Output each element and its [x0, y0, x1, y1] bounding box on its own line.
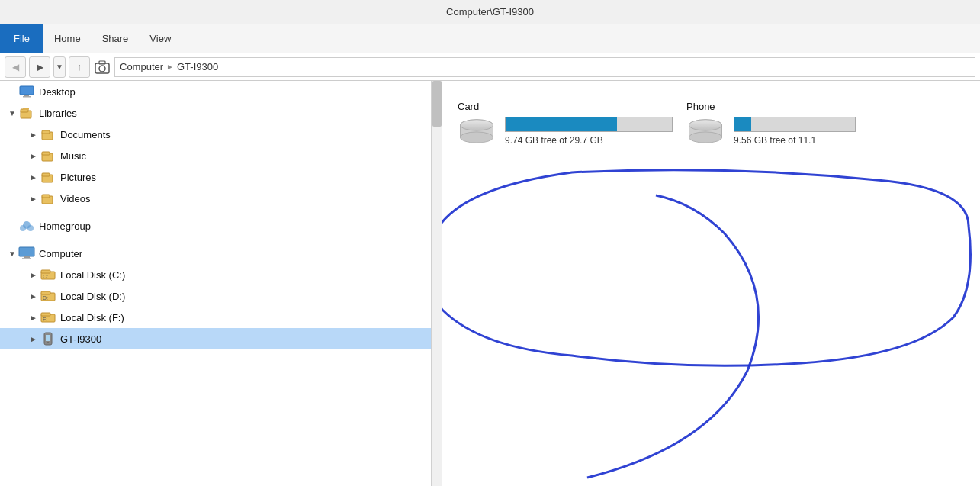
svg-rect-33 [46, 335, 50, 341]
sidebar-item-music[interactable]: ► Music [0, 145, 442, 166]
camera-icon [93, 58, 111, 76]
phone-disk-icon [686, 118, 725, 144]
breadcrumb-device[interactable]: GT-I9300 [177, 61, 218, 72]
main-layout: Desktop ▼ Libraries ► Doc [0, 81, 980, 486]
localdisk-c-label: Local Disk (C:) [60, 269, 125, 281]
tab-view[interactable]: View [139, 24, 182, 53]
sidebar-item-localdisk-d[interactable]: ► D: Local Disk (D:) [0, 285, 442, 307]
card-storage-info: 9.74 GB free of 29.7 GB [505, 117, 673, 146]
expand-arrow-gt: ► [27, 335, 40, 343]
card-storage-text: 9.74 GB free of 29.7 GB [505, 135, 673, 146]
libraries-label: Libraries [39, 108, 77, 119]
up-button[interactable]: ↑ [69, 56, 90, 78]
tab-home[interactable]: Home [43, 24, 92, 53]
libraries-icon [18, 105, 35, 121]
content-area: Card [442, 81, 980, 486]
homegroup-label: Homegroup [39, 220, 91, 232]
toolbar: File Home Share View [0, 24, 980, 53]
svg-rect-24 [41, 270, 50, 273]
expand-arrow-f: ► [27, 314, 40, 322]
back-button[interactable]: ◀ [5, 56, 26, 78]
homegroup-icon [18, 217, 35, 234]
svg-rect-2 [99, 61, 105, 64]
svg-rect-12 [42, 152, 50, 155]
svg-text:C:: C: [43, 274, 48, 279]
sidebar-item-documents[interactable]: ► Documents [0, 124, 442, 145]
phone-label: Phone [686, 101, 715, 112]
svg-rect-14 [42, 173, 50, 176]
svg-text:F:: F: [43, 317, 47, 322]
card-label: Card [458, 101, 479, 112]
svg-point-34 [47, 342, 49, 343]
sidebar-item-homegroup[interactable]: Homegroup [0, 215, 442, 237]
videos-label: Videos [60, 193, 91, 204]
phone-storage-row: 9.56 GB free of 11.1 [686, 117, 856, 146]
music-icon [40, 147, 56, 164]
storage-item-phone[interactable]: Phone [686, 101, 885, 146]
desktop-label: Desktop [39, 86, 76, 98]
sidebar-scroll-thumb[interactable] [432, 81, 442, 127]
gt-i9300-icon [40, 330, 56, 347]
sidebar-item-videos[interactable]: ► Videos [0, 188, 442, 209]
computer-icon [18, 245, 35, 262]
expand-arrow-homegroup [6, 222, 18, 230]
title-bar: Computer\GT-I9300 [0, 0, 980, 24]
localdisk-f-icon: F: [40, 309, 56, 326]
expand-arrow-pics: ► [27, 173, 40, 182]
tab-file[interactable]: File [0, 24, 43, 53]
videos-icon [40, 190, 56, 207]
card-disk-icon [458, 118, 496, 144]
sidebar-item-localdisk-f[interactable]: ► F: Local Disk (F:) [0, 307, 442, 328]
expand-arrow-videos: ► [27, 195, 40, 203]
tab-share[interactable]: Share [92, 24, 140, 53]
expand-arrow-c: ► [27, 271, 40, 279]
forward-button[interactable]: ▶ [29, 56, 50, 78]
svg-point-18 [20, 225, 26, 231]
sidebar-item-pictures[interactable]: ► Pictures [0, 166, 442, 188]
annotation-circle [442, 165, 976, 371]
breadcrumb[interactable]: Computer ► GT-I9300 [114, 57, 975, 77]
expand-arrow-desktop [6, 88, 18, 96]
sidebar-item-gt-i9300[interactable]: ► GT-I9300 [0, 328, 442, 349]
pictures-icon [40, 169, 56, 185]
storage-item-card[interactable]: Card [458, 101, 656, 146]
svg-rect-22 [22, 258, 31, 259]
toolbar-tabs: File Home Share View [0, 24, 182, 53]
documents-label: Documents [60, 129, 111, 140]
address-bar: ◀ ▶ ▼ ↑ Computer ► GT-I9300 [0, 53, 980, 81]
sidebar-item-desktop[interactable]: Desktop [0, 81, 442, 102]
window-title: Computer\GT-I9300 [446, 6, 534, 18]
sidebar-item-libraries[interactable]: ▼ Libraries [0, 102, 442, 124]
svg-point-1 [99, 66, 105, 72]
svg-rect-10 [42, 130, 50, 134]
svg-rect-27 [41, 291, 50, 294]
nav-dropdown[interactable]: ▼ [53, 56, 66, 78]
sidebar-item-localdisk-c[interactable]: ► C: Local Disk (C:) [0, 264, 442, 285]
documents-icon [40, 126, 56, 143]
breadcrumb-computer[interactable]: Computer [120, 61, 163, 72]
expand-arrow-computer: ▼ [6, 249, 18, 258]
sidebar-item-computer[interactable]: ▼ Computer [0, 243, 442, 264]
desktop-icon [18, 83, 35, 100]
svg-point-37 [461, 132, 493, 143]
card-bar-fill [506, 117, 617, 131]
computer-label: Computer [39, 248, 82, 259]
music-label: Music [60, 150, 86, 162]
pictures-label: Pictures [60, 172, 96, 183]
breadcrumb-sep-1: ► [166, 63, 174, 71]
expand-arrow-d: ► [27, 292, 40, 301]
phone-bar-bg [734, 117, 856, 132]
svg-point-38 [461, 120, 493, 130]
localdisk-d-icon: D: [40, 288, 56, 304]
svg-rect-4 [24, 95, 29, 96]
svg-point-41 [689, 132, 722, 143]
card-storage-row: 9.74 GB free of 29.7 GB [458, 117, 673, 146]
localdisk-f-label: Local Disk (F:) [60, 312, 124, 323]
card-bar-bg [505, 117, 673, 132]
svg-rect-16 [42, 195, 50, 198]
expand-arrow-docs: ► [27, 130, 40, 139]
gt-i9300-label: GT-I9300 [60, 333, 101, 345]
sidebar: Desktop ▼ Libraries ► Doc [0, 81, 442, 486]
phone-storage-text: 9.56 GB free of 11.1 [734, 135, 856, 146]
sidebar-scrollbar[interactable] [431, 81, 442, 486]
